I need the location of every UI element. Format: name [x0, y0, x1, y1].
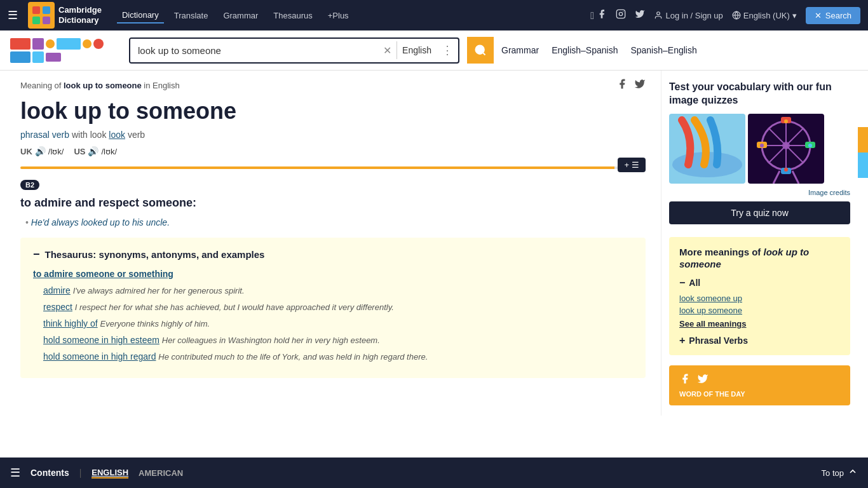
- svg-rect-1: [32, 6, 40, 14]
- svg-line-12: [483, 53, 485, 55]
- collapse-icon: −: [33, 248, 40, 261]
- uk-speaker-icon[interactable]: 🔊: [35, 146, 46, 156]
- collapse-all-icon: −: [679, 277, 685, 288]
- svg-point-28: [784, 168, 788, 172]
- more-meanings-section: More meanings of look up to someone − Al…: [669, 237, 850, 355]
- thesaurus-title: Thesaurus: synonyms, antonyms, and examp…: [45, 249, 265, 260]
- expand-phrasal-icon: +: [679, 335, 685, 346]
- search-row: ✕ English ⋮ Grammar English–Spanish Span…: [0, 30, 868, 71]
- try-quiz-button[interactable]: Try a quiz now: [669, 201, 850, 224]
- level-badge: B2: [20, 180, 39, 190]
- eg-high-esteem: Her colleagues in Washington hold her in…: [162, 336, 380, 345]
- decorative-blocks: [10, 38, 121, 63]
- search-top-button[interactable]: ✕ Search: [806, 7, 860, 24]
- nav-dictionary[interactable]: Dictionary: [117, 8, 164, 24]
- logo[interactable]: Cambridge Dictionary: [28, 2, 102, 29]
- nav-plus[interactable]: +Plus: [323, 8, 354, 23]
- list-add-button[interactable]: + ☰: [618, 158, 646, 172]
- thesaurus-header[interactable]: − Thesaurus: synonyms, antonyms, and exa…: [33, 248, 633, 261]
- meaning-look-someone-up[interactable]: look someone up: [679, 294, 840, 303]
- search-go-button[interactable]: [467, 37, 494, 64]
- image-credits-link[interactable]: Image credits: [669, 189, 850, 196]
- instagram-icon[interactable]: [616, 9, 626, 22]
- look-link[interactable]: look: [109, 130, 125, 140]
- quiz-image-1: [669, 114, 745, 184]
- us-label: US: [74, 147, 85, 156]
- logo-icon: [28, 2, 55, 29]
- more-options-icon[interactable]: ⋮: [437, 43, 458, 57]
- list-icon: ☰: [632, 160, 639, 170]
- term-think-highly[interactable]: think highly of: [43, 318, 98, 329]
- term-admire[interactable]: admire: [43, 285, 71, 295]
- deco-red: [10, 38, 31, 50]
- share-twitter-icon[interactable]: [634, 78, 646, 93]
- thesaurus-sub-link[interactable]: to admire someone or something: [33, 269, 633, 279]
- thesaurus-entry-respect: respect I respect her for what she has a…: [33, 302, 633, 312]
- term-respect[interactable]: respect: [43, 302, 72, 312]
- see-all-meanings-link[interactable]: See all meanings: [679, 319, 840, 329]
- login-button[interactable]: Log in / Sign up: [654, 11, 722, 20]
- deco-red-circle: [93, 39, 104, 49]
- accent-bar-blue: [858, 152, 868, 178]
- sidebar: Test your vocabulary with our fun image …: [661, 71, 858, 416]
- term-high-regard[interactable]: hold someone in high regard: [43, 351, 156, 362]
- svg-point-27: [808, 144, 812, 147]
- phonetics: UK 🔊 /lʊk/ US 🔊 /lʊk/: [20, 146, 646, 156]
- sidebar-twitter-icon[interactable]: [697, 373, 709, 388]
- nav-link-english-spanish[interactable]: English–Spanish: [552, 45, 618, 55]
- accent-bars: [858, 127, 868, 178]
- search-input[interactable]: [130, 39, 378, 62]
- all-section-header[interactable]: − All: [679, 277, 840, 288]
- nav-grammar[interactable]: Grammar: [218, 8, 263, 23]
- hamburger-menu-icon[interactable]: ☰: [8, 8, 18, 22]
- us-phonetics: US 🔊 /lʊk/: [74, 146, 117, 156]
- svg-rect-2: [43, 6, 50, 14]
- eg-think-highly: Everyone thinks highly of him.: [100, 319, 210, 329]
- eg-respect: I respect her for what she has achieved,…: [75, 302, 394, 312]
- twitter-icon[interactable]: [635, 9, 645, 22]
- word-of-day-label: WORD OF THE DAY: [679, 390, 840, 398]
- clear-search-icon[interactable]: ✕: [378, 44, 397, 57]
- deco-purple: [32, 38, 44, 50]
- nav-thesaurus[interactable]: Thesaurus: [268, 8, 317, 23]
- svg-point-29: [760, 144, 764, 147]
- svg-rect-5: [617, 10, 625, 18]
- nav-link-grammar[interactable]: Grammar: [501, 45, 539, 55]
- us-speaker-icon[interactable]: 🔊: [88, 146, 98, 156]
- breadcrumb-term-link[interactable]: look up to someone: [64, 81, 142, 90]
- thesaurus-entry-admire: admire I've always admired her for her g…: [33, 285, 633, 295]
- share-facebook-icon[interactable]: [616, 78, 628, 93]
- svg-point-7: [623, 11, 623, 12]
- eg-high-regard: He contributed much to the life of York,…: [158, 352, 428, 362]
- part-of-speech: phrasal verb: [20, 130, 69, 140]
- nav-translate[interactable]: Translate: [169, 8, 214, 23]
- deco-blue: [57, 38, 81, 50]
- uk-ipa: /lʊk/: [48, 147, 64, 156]
- uk-phonetics: UK 🔊 /lʊk/: [20, 146, 64, 156]
- deco-orange-circle2: [83, 39, 92, 48]
- all-label: All: [689, 278, 700, 288]
- language-button[interactable]: English (UK) ▾: [732, 11, 797, 20]
- term-high-esteem[interactable]: hold someone in high esteem: [43, 335, 159, 345]
- more-meanings-title: More meanings of look up to someone: [679, 246, 840, 271]
- quiz-images: [669, 114, 850, 184]
- quiz-title: Test your vocabulary with our fun image …: [669, 81, 850, 107]
- meaning-look-up-someone[interactable]: look up someone: [679, 306, 840, 315]
- svg-point-8: [657, 12, 660, 15]
- example: He'd always looked up to his uncle.: [20, 217, 646, 227]
- thesaurus-entry-think-highly: think highly of Everyone thinks highly o…: [33, 318, 633, 329]
- svg-point-6: [620, 12, 623, 15]
- content-area: Meaning of look up to someone in English…: [0, 71, 661, 416]
- top-navigation: ☰ Cambridge Dictionary Dictionary Transl…: [0, 0, 868, 30]
- phrasal-verbs-section[interactable]: + Phrasal Verbs: [679, 335, 840, 346]
- language-selector[interactable]: English: [397, 45, 437, 55]
- nav-link-spanish-english[interactable]: Spanish–English: [630, 45, 696, 55]
- sidebar-facebook-icon[interactable]: [679, 373, 691, 388]
- eg-admire: I've always admired her for her generous…: [73, 286, 245, 295]
- svg-rect-4: [43, 17, 50, 24]
- deco-purple2: [46, 53, 61, 62]
- svg-rect-3: [32, 17, 40, 24]
- facebook-icon[interactable]: : [590, 9, 607, 22]
- thesaurus-entry-high-esteem: hold someone in high esteem Her colleagu…: [33, 335, 633, 345]
- plus-icon: +: [624, 160, 629, 170]
